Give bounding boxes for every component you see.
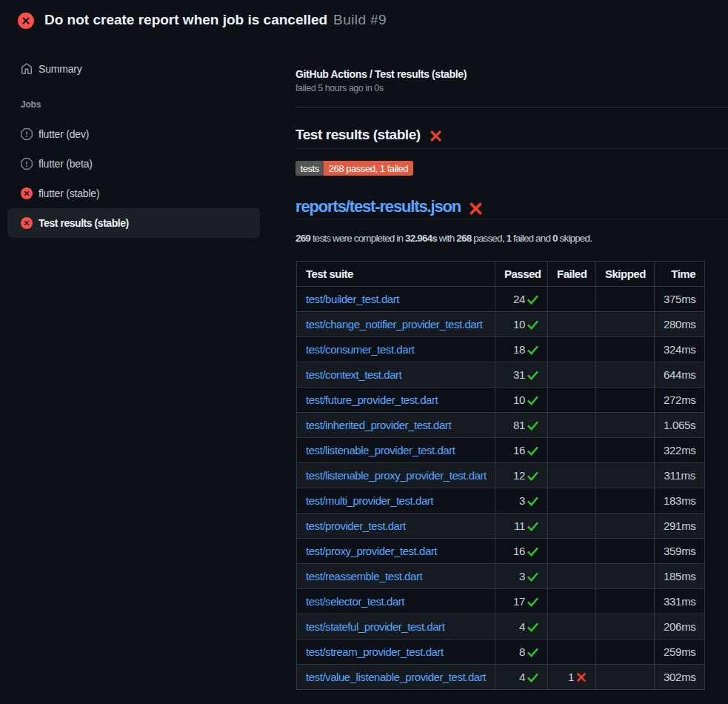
suite-link[interactable]: test/future_provider_test.dart: [306, 393, 438, 406]
check-mark-icon: [527, 571, 538, 582]
suite-link[interactable]: test/consumer_test.dart: [306, 343, 414, 356]
count-value: 11: [514, 518, 525, 534]
skipped-cell: [596, 438, 655, 463]
count-value: 24: [513, 291, 525, 307]
suite-cell: test/value_listenable_provider_test.dart: [297, 665, 495, 690]
suite-cell: test/provider_test.dart: [297, 514, 495, 539]
passed-cell: 24: [495, 287, 548, 312]
summary-sentence: 269 tests were completed in 32.964s with…: [295, 230, 592, 246]
passed-cell: 10: [495, 388, 548, 413]
breadcrumb: GitHub Actions / Test results (stable): [295, 67, 467, 82]
suite-cell: test/selector_test.dart: [297, 589, 495, 614]
time-cell: 359ms: [655, 539, 705, 564]
time-cell: 311ms: [655, 463, 705, 488]
passed-cell: 11: [495, 514, 548, 539]
check-mark-icon: [527, 647, 538, 658]
count-value: 31: [513, 367, 525, 382]
check-mark-icon: [527, 622, 538, 633]
check-mark-icon: [527, 496, 538, 507]
report-heading-link[interactable]: reports/test-results.json: [295, 197, 461, 216]
cross-mark-icon: [430, 130, 442, 142]
passed-cell: 12: [495, 463, 548, 488]
stop-icon: [21, 128, 33, 140]
passed-cell: 81: [495, 413, 548, 438]
sidebar-item-job[interactable]: Test results (stable): [7, 208, 260, 238]
count-value: 1: [568, 669, 574, 685]
count-value: 12: [513, 468, 525, 483]
suite-link[interactable]: test/value_listenable_provider_test.dart: [306, 671, 486, 683]
failed-cell: [548, 514, 596, 539]
badge-value: 268 passed, 1 failed: [324, 161, 413, 176]
column-header: Test suite: [297, 262, 495, 287]
x-circle-fill-icon: [21, 187, 33, 199]
suite-link[interactable]: test/change_notifier_provider_test.dart: [306, 318, 482, 331]
stop-icon: [21, 158, 33, 170]
table-row: test/reassemble_test.dart3185ms: [297, 564, 705, 589]
sidebar-item-summary[interactable]: Summary: [7, 54, 260, 84]
passed-cell: 8: [495, 640, 548, 665]
column-header: Passed: [495, 262, 548, 287]
suite-link[interactable]: test/context_test.dart: [306, 368, 401, 381]
jobs-section-label: Jobs: [21, 99, 41, 110]
suite-link[interactable]: test/multi_provider_test.dart: [306, 494, 433, 507]
failed-cell: [548, 614, 596, 640]
check-mark-icon: [527, 471, 538, 482]
report-heading-row: reports/test-results.json: [295, 196, 483, 217]
failed-cell: [548, 337, 596, 362]
summary-segment: 32.964s: [405, 233, 437, 244]
failed-cell: [548, 539, 596, 564]
check-title: Test results (stable): [295, 127, 421, 143]
suite-link[interactable]: test/stream_provider_test.dart: [306, 645, 444, 658]
count-value: 18: [513, 342, 525, 357]
time-cell: 644ms: [655, 362, 705, 388]
column-header: Skipped: [596, 262, 655, 287]
suite-cell: test/inherited_provider_test.dart: [297, 413, 495, 438]
passed-cell: 16: [495, 539, 548, 564]
table-row: test/proxy_provider_test.dart16359ms: [297, 539, 705, 564]
suite-link[interactable]: test/listenable_provider_test.dart: [306, 444, 455, 456]
suite-link[interactable]: test/listenable_proxy_provider_test.dart: [306, 469, 487, 482]
table-row: test/multi_provider_test.dart3183ms: [297, 488, 705, 514]
table-row: test/provider_test.dart11291ms: [297, 514, 705, 539]
sidebar-item-job[interactable]: flutter (dev): [7, 119, 260, 149]
skipped-cell: [596, 463, 655, 488]
jobs-sidebar: Summary Jobs flutter (dev)flutter (beta)…: [0, 0, 290, 704]
failed-cell: [548, 589, 596, 614]
check-mark-icon: [527, 395, 538, 406]
summary-segment: with: [437, 233, 456, 244]
table-row: test/stream_provider_test.dart8259ms: [297, 640, 705, 665]
suite-cell: test/stream_provider_test.dart: [297, 640, 495, 665]
suite-link[interactable]: test/inherited_provider_test.dart: [306, 419, 451, 431]
failed-cell: [548, 564, 596, 589]
count-value: 3: [519, 493, 525, 508]
cross-mark-icon: [576, 672, 587, 683]
check-mark-icon: [527, 672, 538, 683]
suite-cell: test/context_test.dart: [297, 362, 495, 388]
sidebar-job-label: flutter (stable): [39, 187, 99, 199]
failed-cell: [548, 640, 596, 665]
check-mark-icon: [527, 597, 538, 608]
failed-cell: 1: [548, 665, 596, 690]
sidebar-job-label: Test results (stable): [39, 217, 129, 229]
suite-link[interactable]: test/reassemble_test.dart: [306, 570, 422, 582]
suite-link[interactable]: test/stateful_provider_test.dart: [306, 620, 444, 633]
skipped-cell: [596, 287, 655, 312]
report-heading-underline: [295, 219, 728, 219]
suite-link[interactable]: test/provider_test.dart: [306, 519, 406, 532]
time-cell: 331ms: [655, 589, 705, 614]
sidebar-item-job[interactable]: flutter (stable): [7, 179, 260, 208]
suite-link[interactable]: test/selector_test.dart: [306, 595, 404, 608]
time-cell: 375ms: [655, 287, 705, 312]
count-value: 16: [513, 543, 525, 559]
suite-link[interactable]: test/builder_test.dart: [306, 293, 399, 305]
table-row: test/context_test.dart31644ms: [297, 362, 705, 388]
suite-link[interactable]: test/proxy_provider_test.dart: [306, 545, 437, 557]
table-header-row: Test suitePassedFailedSkippedTime: [297, 262, 705, 287]
check-mark-icon: [527, 319, 538, 331]
sidebar-item-job[interactable]: flutter (beta): [7, 149, 260, 179]
x-circle-fill-icon: [21, 217, 33, 229]
check-mark-icon: [527, 445, 538, 456]
summary-segment: 269: [295, 233, 310, 244]
check-mark-icon: [527, 521, 538, 532]
skipped-cell: [596, 640, 655, 665]
